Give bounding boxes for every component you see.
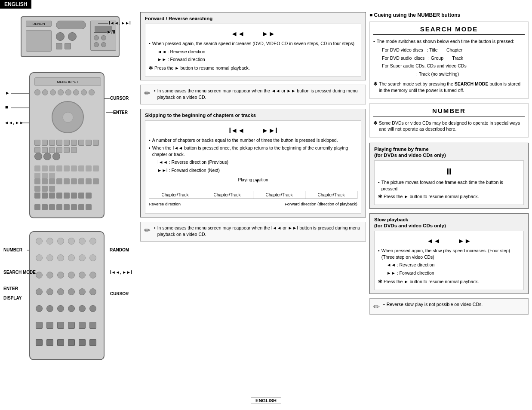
skip-label-bot: I◄◄, ►►I — [110, 270, 132, 275]
sp-indent2: ►► : Forward direction — [387, 269, 520, 277]
cueing-note1: ✻ The search mode set by pressing the SE… — [373, 81, 525, 93]
cursor-label-mid: CURSOR — [110, 96, 129, 101]
fr-indent1: ◄◄ : Reverse direction — [157, 48, 357, 55]
skipping-section: Skipping to the beginning of chapters or… — [140, 109, 366, 217]
playing-frame-symbol: II — [378, 167, 520, 177]
fr-note-text: • In some cases the menu screen may reap… — [154, 88, 362, 101]
playing-frame-title: Playing frame by frame — [374, 147, 524, 152]
track-cell-2: Chapter/Track — [201, 191, 253, 199]
track-cell-3: Chapter/Track — [253, 191, 305, 199]
number-heading: NUMBER — [373, 107, 525, 116]
skip-bullet1: • A number of chapters or tracks equal t… — [149, 137, 357, 144]
cueing-bullet1: • The mode switches as shown below each … — [373, 38, 525, 45]
sp-bullet1: • When pressed again, the slow play spee… — [378, 248, 520, 260]
stop-label: ■ — [5, 104, 8, 110]
skipping-inner: I◄◄ ►►I • A number of chapters or tracks… — [145, 120, 361, 214]
playing-pos-label: Playing position — [238, 177, 268, 182]
skip-indent2: ►►I : Forward direction (Next) — [157, 167, 357, 174]
number-label: NUMBER — [3, 248, 22, 252]
sp-indent1: ◄◄ : Reverse direction — [387, 261, 520, 269]
sp-note-text: • Reverse slow play is not possible on v… — [383, 301, 483, 309]
pencil-icon-2: ✏ — [144, 226, 151, 235]
fr-bullet1: • When pressed again, the search speed i… — [149, 40, 357, 47]
pencil-icon-3: ✏ — [373, 302, 380, 312]
skip-reverse-symbol: I◄◄ — [229, 127, 244, 135]
enter-label-mid: ENTER — [113, 110, 128, 115]
skip-note-box: ✏ • In some cases the menu screen may re… — [140, 222, 366, 242]
pf-note1: ✻ Press the ► button to resume normal pl… — [378, 193, 520, 200]
playing-frame-subtitle: (for DVDs and video CDs only) — [374, 153, 524, 158]
skipping-title: Skipping to the beginning of chapters or… — [145, 113, 361, 118]
sp-forward-symbol: ►► — [458, 237, 471, 245]
fr-indent2: ►► : Forward direction — [157, 56, 357, 63]
forward-reverse-title: Forward / Reverse searching — [145, 16, 361, 21]
reverse-direction-label: Reverse direction — [149, 202, 181, 206]
sp-reverse-symbol: ◄◄ — [427, 237, 440, 245]
skip-symbols: I◄◄ ►►I — [149, 127, 357, 135]
track-table: Chapter/Track Chapter/Track Chapter/Trac… — [149, 191, 357, 199]
cueing-section: ■ Cueing using the NUMBER buttons SEARCH… — [369, 12, 529, 138]
cursor-label-bot: CURSOR — [110, 291, 129, 296]
playing-frame-section: Playing frame by frame (for DVDs and vid… — [369, 143, 529, 209]
track-cell-4: Chapter/Track — [305, 191, 357, 199]
footer-english: ENGLISH — [251, 397, 281, 404]
fr-note1: ✻ Press the ► button to resume normal pl… — [149, 65, 357, 71]
random-label: RANDOM — [110, 248, 129, 252]
sp-note1: ✻ Press the ► button to resume normal pl… — [378, 278, 520, 285]
search-mode-box: SEARCH MODE • The mode switches as shown… — [369, 21, 529, 99]
fr-forward-symbol: ►► — [262, 30, 276, 38]
english-header: ENGLISH — [0, 0, 31, 9]
fr-symbols: ◄◄ ►► — [149, 30, 357, 38]
sp-note-box: ✏ • Reverse slow play is not possible on… — [369, 298, 529, 315]
middle-column: Forward / Reverse searching ◄◄ ►► • When… — [140, 12, 366, 390]
fr-reverse-symbol: ◄◄ — [231, 30, 245, 38]
pencil-icon-1: ✏ — [144, 89, 151, 98]
track-direction-labels: Reverse direction Forward direction (dir… — [149, 202, 357, 206]
track-cell-1: Chapter/Track — [149, 191, 201, 199]
slow-playback-inner: ◄◄ ►► • When pressed again, the slow pla… — [374, 231, 524, 290]
cueing-mode-table: For DVD video discs : Title Chapter For … — [382, 46, 525, 79]
skip-label-top: I◄◄, ►►I — [109, 21, 131, 25]
pf-bullet1: • The picture moves forward one frame ea… — [378, 179, 520, 192]
forward-direction-label: Forward direction (direction of playback… — [285, 202, 357, 206]
number-box: NUMBER ✻ Some DVDs or video CDs may be d… — [369, 103, 529, 138]
slow-playback-section: Slow playback (for DVDs and video CDs on… — [369, 213, 529, 294]
playing-frame-inner: II • The picture moves forward one frame… — [374, 160, 524, 205]
slow-playback-title: Slow playback — [374, 217, 524, 222]
skip-indent1: I◄◄ : Reverse direction (Previous) — [157, 159, 357, 166]
left-column: DENON ►/II — [3, 12, 137, 390]
search-mode-heading: SEARCH MODE — [373, 25, 525, 35]
slow-playback-subtitle: (for DVDs and video CDs only) — [374, 223, 524, 228]
sp-symbols: ◄◄ ►► — [378, 237, 520, 245]
skip-bullet2: • When the I◄◄ button is pressed once, t… — [149, 145, 357, 157]
track-diagram: Playing position ▼ Chapter/Track Chapter… — [149, 177, 357, 206]
forward-reverse-inner: ◄◄ ►► • When pressed again, the search s… — [145, 24, 361, 76]
play-pause-label: ►/II — [107, 29, 115, 34]
forward-reverse-section: Forward / Reverse searching ◄◄ ►► • When… — [140, 12, 366, 80]
footer-row: ENGLISH — [0, 394, 532, 406]
skip-forward-symbol: ►►I — [262, 127, 277, 135]
rewind-label: ◄◄, ►► — [4, 120, 24, 125]
enter-label-bot: ENTER — [3, 286, 18, 291]
fr-note-box: ✏ • In some cases the menu screen may re… — [140, 85, 366, 104]
cueing-note2: ✻ Some DVDs or video CDs may be designed… — [373, 120, 525, 132]
cueing-title: ■ Cueing using the NUMBER buttons — [369, 12, 529, 18]
play-label: ► — [5, 90, 10, 95]
right-column: ■ Cueing using the NUMBER buttons SEARCH… — [369, 12, 529, 390]
display-label: DISPLAY — [3, 296, 22, 300]
search-mode-label: SEARCH MODE — [3, 270, 36, 275]
skip-note-text: • In some cases the menu screen may reap… — [154, 225, 362, 239]
